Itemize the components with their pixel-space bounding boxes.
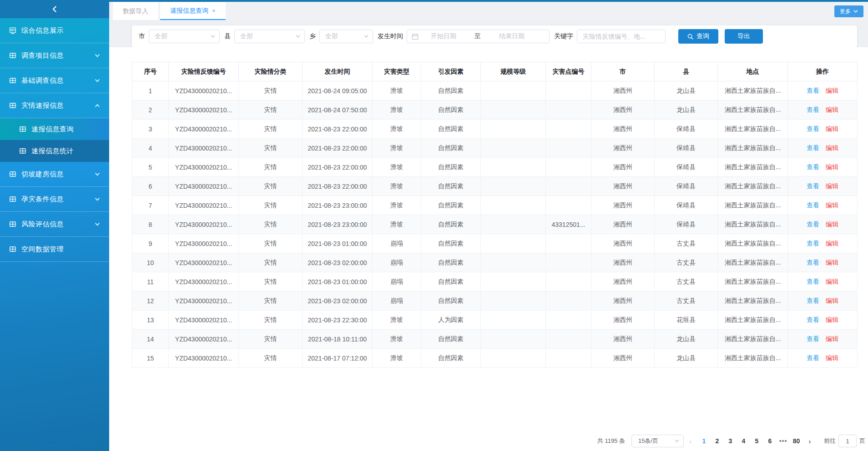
column-header-县: 县: [655, 62, 718, 81]
edit-link[interactable]: 编辑: [826, 297, 838, 304]
table-cell: 灾情: [239, 272, 303, 291]
view-link[interactable]: 查看: [807, 354, 819, 361]
edit-link[interactable]: 编辑: [826, 163, 838, 170]
table-cell: 湘西州: [591, 81, 655, 100]
view-link[interactable]: 查看: [807, 278, 819, 285]
page-number-5[interactable]: 5: [750, 437, 763, 445]
search-button[interactable]: 查询: [678, 29, 718, 44]
city-select-value: 全部: [155, 32, 210, 40]
table-icon: [9, 77, 16, 84]
sidebar-item-空间数据管理[interactable]: 空间数据管理: [0, 237, 109, 262]
edit-link[interactable]: 编辑: [826, 240, 838, 247]
chevron-down-icon: [210, 34, 216, 39]
column-header-发生时间: 发生时间: [303, 62, 373, 81]
sidebar-item-灾情速报信息[interactable]: 灾情速报信息: [0, 93, 109, 118]
table-cell: 人为因素: [421, 311, 481, 330]
page-number-6[interactable]: 6: [763, 437, 777, 445]
goto-page-input[interactable]: [838, 435, 857, 447]
page-number-3[interactable]: 3: [724, 437, 737, 445]
date-range-picker[interactable]: 开始日期 至 结束日期: [407, 30, 550, 43]
table-cell: 灾情: [239, 291, 303, 311]
app-window: 综合信息展示调查项目信息基础调查信息灾情速报信息速报信息查询速报信息统计切坡建房…: [0, 0, 868, 451]
table-cell: 湘西州: [591, 100, 655, 120]
more-button[interactable]: 更多: [834, 5, 863, 17]
sidebar-item-切坡建房信息[interactable]: 切坡建房信息: [0, 162, 109, 187]
view-link[interactable]: 查看: [807, 106, 819, 113]
table-cell: 自然因素: [421, 139, 481, 158]
table-cell-actions: 查看编辑: [788, 215, 858, 234]
table-cell: 3: [132, 120, 169, 139]
table-cell: [481, 120, 546, 139]
town-select[interactable]: 全部: [319, 30, 373, 43]
edit-link[interactable]: 编辑: [826, 201, 838, 209]
table-cell: 滑坡: [373, 158, 421, 177]
next-page-button[interactable]: ›: [803, 437, 817, 445]
view-link[interactable]: 查看: [807, 220, 819, 228]
export-button[interactable]: 导出: [725, 29, 763, 44]
table-row: 12YZD43000020210...灾情2021-08-23 02:00:00…: [132, 291, 858, 311]
city-select[interactable]: 全部: [149, 30, 220, 43]
sidebar-item-基础调查信息[interactable]: 基础调查信息: [0, 68, 109, 93]
edit-link[interactable]: 编辑: [826, 259, 838, 266]
table-cell: 灾情: [239, 81, 303, 100]
edit-link[interactable]: 编辑: [826, 220, 838, 228]
table-cell: 2: [132, 100, 169, 120]
page-number-4[interactable]: 4: [737, 437, 750, 445]
view-link[interactable]: 查看: [807, 335, 819, 342]
table-cell-actions: 查看编辑: [788, 330, 858, 349]
content-panel: 序号灾险情反馈编号灾险情分类发生时间灾害类型引发因素规模等级灾害点编号市县地点操…: [109, 47, 868, 451]
edit-link[interactable]: 编辑: [826, 182, 838, 190]
view-link[interactable]: 查看: [807, 163, 819, 170]
table-cell: 湘西土家族苗族自...: [718, 311, 788, 330]
sidebar-item-速报信息查询[interactable]: 速报信息查询: [0, 118, 109, 140]
edit-link[interactable]: 编辑: [826, 106, 838, 113]
table-cell: [481, 177, 546, 196]
occur-time-label: 发生时间: [378, 32, 403, 40]
edit-link[interactable]: 编辑: [826, 144, 838, 151]
sidebar-item-孕灾条件信息[interactable]: 孕灾条件信息: [0, 187, 109, 212]
edit-link[interactable]: 编辑: [826, 278, 838, 285]
table-cell: [546, 139, 591, 158]
edit-link[interactable]: 编辑: [826, 316, 838, 323]
view-link[interactable]: 查看: [807, 316, 819, 323]
end-date-placeholder[interactable]: 结束日期: [487, 32, 537, 40]
view-link[interactable]: 查看: [807, 297, 819, 304]
edit-link[interactable]: 编辑: [826, 125, 838, 132]
tab-report-query[interactable]: 速报信息查询 ×: [160, 2, 226, 20]
page-unit-label: 页: [859, 437, 865, 445]
table-cell: 6: [132, 177, 169, 196]
table-cell: 2021-08-23 01:00:00: [303, 234, 373, 253]
table-cell: [481, 196, 546, 215]
edit-link[interactable]: 编辑: [826, 335, 838, 342]
view-link[interactable]: 查看: [807, 201, 819, 209]
tab-close-icon[interactable]: ×: [212, 7, 216, 14]
table-cell: 2021-08-23 22:00:00: [303, 139, 373, 158]
sidebar-item-综合信息展示[interactable]: 综合信息展示: [0, 18, 109, 43]
view-link[interactable]: 查看: [807, 182, 819, 190]
edit-link[interactable]: 编辑: [826, 87, 838, 94]
sidebar-item-调查项目信息[interactable]: 调查项目信息: [0, 43, 109, 68]
table-cell: [481, 139, 546, 158]
view-link[interactable]: 查看: [807, 240, 819, 247]
view-link[interactable]: 查看: [807, 259, 819, 266]
sidebar-item-速报信息统计[interactable]: 速报信息统计: [0, 140, 109, 162]
sidebar-collapse-button[interactable]: [0, 0, 109, 18]
chevron-down-icon: [674, 438, 680, 444]
table-cell: [546, 291, 591, 311]
prev-page-button[interactable]: ‹: [684, 437, 697, 445]
chevron-down-icon: [94, 170, 101, 178]
goto-label: 前往: [824, 437, 836, 445]
page-number-1[interactable]: 1: [697, 437, 711, 445]
county-select[interactable]: 全部: [234, 30, 305, 43]
view-link[interactable]: 查看: [807, 87, 819, 94]
view-link[interactable]: 查看: [807, 125, 819, 132]
page-number-2[interactable]: 2: [711, 437, 724, 445]
view-link[interactable]: 查看: [807, 144, 819, 151]
page-size-select[interactable]: 15条/页: [631, 435, 684, 447]
sidebar-item-风险评估信息[interactable]: 风险评估信息: [0, 212, 109, 237]
page-number-80[interactable]: 80: [790, 437, 803, 445]
start-date-placeholder[interactable]: 开始日期: [419, 32, 469, 40]
keyword-input[interactable]: [577, 30, 666, 43]
tab-data-import[interactable]: 数据导入: [113, 2, 158, 20]
edit-link[interactable]: 编辑: [826, 354, 838, 361]
